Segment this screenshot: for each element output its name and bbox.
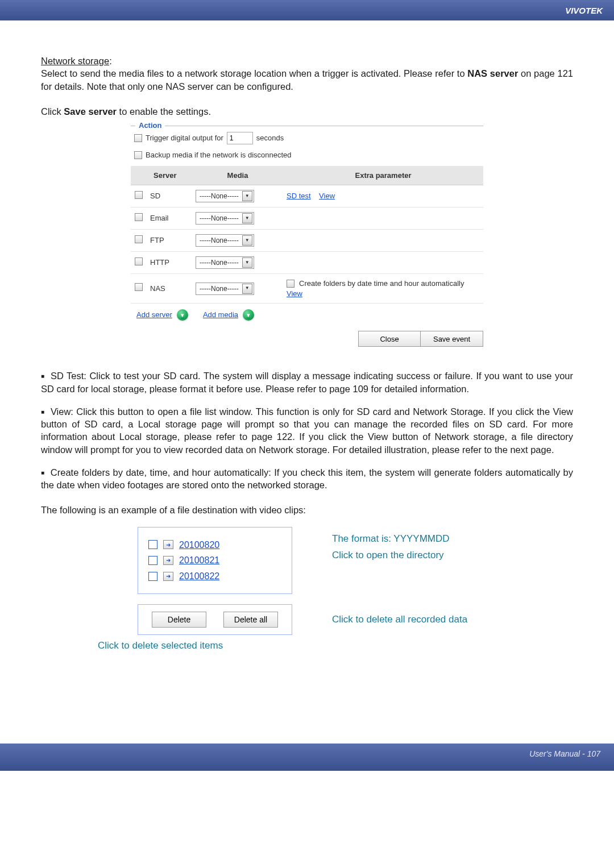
expand-icon[interactable]: ➜ <box>163 556 173 565</box>
table-row: NAS -----None----- ▼ Create folders by d… <box>131 274 483 304</box>
nas-autofolder-checkbox[interactable] <box>287 280 294 288</box>
server-sd: SD <box>147 185 192 207</box>
trigger-post: seconds <box>256 133 284 143</box>
backup-media-checkbox[interactable] <box>134 151 142 159</box>
chevron-down-icon: ▼ <box>242 191 252 201</box>
chevron-down-icon: ▼ <box>242 213 252 223</box>
page-body: Network storage: Select to send the medi… <box>0 20 614 675</box>
folder-checkbox[interactable] <box>148 540 157 549</box>
http-checkbox[interactable] <box>135 258 143 265</box>
anno-open: Click to open the directory <box>332 549 467 562</box>
intro-text-pre: Select to send the media files to a netw… <box>41 68 467 78</box>
close-button[interactable]: Close <box>358 331 421 347</box>
add-media-icon <box>243 309 254 321</box>
click-bold: Save server <box>64 106 117 117</box>
bullet-view: View: Click this button to open a file l… <box>41 405 573 456</box>
delete-button[interactable]: Delete <box>152 612 206 628</box>
page-header: VIVOTEK <box>0 0 614 20</box>
server-nas: NAS <box>147 274 192 304</box>
brand-label: VIVOTEK <box>565 6 603 15</box>
email-checkbox[interactable] <box>135 213 143 221</box>
folder-link[interactable]: 20100822 <box>179 570 219 583</box>
page-footer: User's Manual - 107 <box>0 744 614 771</box>
sd-media-select[interactable]: -----None----- ▼ <box>196 190 254 202</box>
bullet-create-folders: Create folders by date, time, and hour a… <box>41 466 573 492</box>
list-item: ➜ 20100820 <box>148 539 269 551</box>
network-storage-heading: Network storage <box>41 56 109 66</box>
http-media-select[interactable]: -----None----- ▼ <box>196 256 254 269</box>
footer-label: User's Manual - 107 <box>529 749 600 758</box>
col-server: Server <box>147 166 192 185</box>
col-media: Media <box>192 166 283 185</box>
expand-icon[interactable]: ➜ <box>163 572 173 581</box>
list-item: ➜ 20100822 <box>148 570 269 583</box>
col-extra: Extra parameter <box>283 166 483 185</box>
save-event-button[interactable]: Save event <box>421 331 483 347</box>
bullet-sd-test: SD Test: Click to test your SD card. The… <box>41 369 573 395</box>
email-media-select[interactable]: -----None----- ▼ <box>196 212 254 225</box>
table-row: SD -----None----- ▼ SD test View <box>131 185 483 207</box>
delete-box: Delete Delete all <box>138 604 292 635</box>
anno-delete-selected: Click to delete selected items <box>98 639 573 653</box>
table-row: Email -----None----- ▼ <box>131 207 483 230</box>
add-server-link[interactable]: Add server <box>136 309 188 321</box>
add-media-link[interactable]: Add media <box>203 309 254 321</box>
backup-label: Backup media if the network is disconnec… <box>146 150 292 160</box>
chevron-down-icon: ▼ <box>242 284 252 294</box>
chevron-down-icon: ▼ <box>242 235 252 246</box>
nas-media-select[interactable]: -----None----- ▼ <box>196 283 254 295</box>
trigger-seconds-input[interactable] <box>227 132 253 144</box>
nas-view-link[interactable]: View <box>287 289 302 298</box>
nas-checkbox[interactable] <box>135 283 143 291</box>
server-email: Email <box>147 207 192 230</box>
folder-checkbox[interactable] <box>148 556 157 565</box>
folder-list-box: ➜ 20100820 ➜ 20100821 ➜ 20100822 <box>138 527 292 595</box>
nas-autofolder-label: Create folders by date time and hour aut… <box>299 279 464 289</box>
ftp-checkbox[interactable] <box>135 235 143 243</box>
anno-format: The format is: YYYYMMDD <box>332 533 467 546</box>
server-http: HTTP <box>147 252 192 274</box>
folder-checkbox[interactable] <box>148 572 157 581</box>
sd-view-link[interactable]: View <box>319 192 335 200</box>
intro-bold: NAS server <box>467 68 518 78</box>
table-row: FTP -----None----- ▼ <box>131 230 483 252</box>
trigger-pre: Trigger digital output for <box>146 133 223 143</box>
click-post: to enable the settings. <box>119 106 211 117</box>
trigger-output-checkbox[interactable] <box>134 134 142 142</box>
example-intro: The following is an example of a file de… <box>41 504 573 516</box>
anno-delete-all: Click to delete all recorded data <box>332 613 467 626</box>
delete-all-button[interactable]: Delete all <box>223 612 278 628</box>
folder-link[interactable]: 20100820 <box>179 539 219 551</box>
table-row: HTTP -----None----- ▼ <box>131 252 483 274</box>
folder-link[interactable]: 20100821 <box>179 554 219 567</box>
server-ftp: FTP <box>147 230 192 252</box>
sd-test-link[interactable]: SD test <box>287 192 311 200</box>
action-panel: Action Trigger digital output for second… <box>131 126 483 347</box>
list-item: ➜ 20100821 <box>148 554 269 567</box>
add-server-icon <box>177 309 188 321</box>
ftp-media-select[interactable]: -----None----- ▼ <box>196 234 254 247</box>
expand-icon[interactable]: ➜ <box>163 540 173 549</box>
sd-checkbox[interactable] <box>135 191 143 199</box>
server-table: Server Media Extra parameter SD -----Non… <box>131 166 483 304</box>
click-pre: Click <box>41 106 64 117</box>
chevron-down-icon: ▼ <box>242 258 252 268</box>
action-legend: Action <box>135 121 165 131</box>
